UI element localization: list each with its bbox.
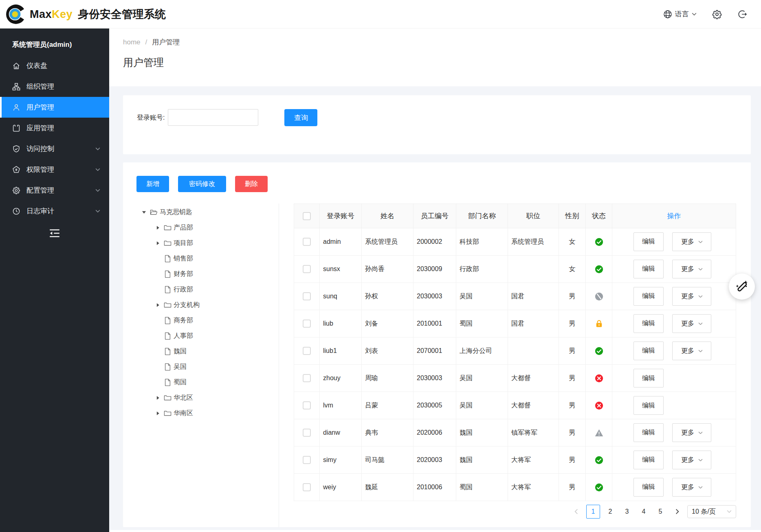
page-button-3[interactable]: 3 <box>620 505 633 518</box>
caret-right-icon[interactable] <box>156 241 160 245</box>
page-size-select[interactable]: 10 条/页 <box>687 505 736 518</box>
add-button[interactable]: 新增 <box>136 176 169 192</box>
row-checkbox[interactable] <box>303 265 311 273</box>
logout-icon[interactable] <box>737 9 747 19</box>
prev-page-button[interactable] <box>570 505 583 518</box>
folder-icon <box>164 409 172 417</box>
more-button[interactable]: 更多 <box>672 423 711 442</box>
caret-right-icon[interactable] <box>156 396 160 400</box>
cell-account: admin <box>320 228 362 256</box>
table-row: lvm 吕蒙 2030005 吴国 大都督 男 编辑 <box>294 392 736 419</box>
select-all-checkbox[interactable] <box>303 212 311 220</box>
next-page-button[interactable] <box>671 505 684 518</box>
tree-node[interactable]: 吴国 <box>123 359 279 374</box>
edit-button[interactable]: 编辑 <box>633 314 664 333</box>
more-label: 更多 <box>681 265 694 274</box>
login-account-label: 登录账号: <box>137 109 165 126</box>
row-checkbox[interactable] <box>303 456 311 464</box>
sidebar-item-dashboard[interactable]: 仪表盘 <box>0 55 109 76</box>
edit-button[interactable]: 编辑 <box>633 478 664 497</box>
sidebar-item-users[interactable]: 用户管理 <box>0 97 109 118</box>
tree-node[interactable]: 行政部 <box>123 282 279 297</box>
tree-node[interactable]: 人事部 <box>123 328 279 344</box>
cell-department: 蜀国 <box>456 474 508 501</box>
sidebar-item-permissions[interactable]: 权限管理 <box>0 159 109 180</box>
sidebar-item-access-control[interactable]: 访问控制 <box>0 138 109 159</box>
tree-node[interactable]: 蜀国 <box>123 374 279 390</box>
more-button[interactable]: 更多 <box>672 287 711 306</box>
sidebar-item-audit[interactable]: 日志审计 <box>0 201 109 221</box>
dashboard-icon <box>12 62 20 70</box>
query-button[interactable]: 查询 <box>284 109 317 126</box>
cell-status <box>586 283 612 310</box>
row-checkbox[interactable] <box>303 429 311 437</box>
caret-right-icon[interactable] <box>156 225 160 230</box>
tree-node[interactable]: 魏国 <box>123 344 279 359</box>
more-button[interactable]: 更多 <box>672 478 711 497</box>
cell-employee-no: 2010006 <box>413 474 456 501</box>
more-button[interactable]: 更多 <box>672 260 711 278</box>
cell-employee-no: 2010001 <box>413 310 456 337</box>
row-checkbox[interactable] <box>303 483 311 491</box>
sidebar-item-apps[interactable]: 应用管理 <box>0 118 109 138</box>
cell-position: 大将军 <box>508 447 559 474</box>
sidebar-item-label: 配置管理 <box>26 186 54 195</box>
app-header: Max Key 身份安全管理系统 语言 <box>0 0 761 28</box>
edit-button[interactable]: 编辑 <box>633 260 664 278</box>
page-button-2[interactable]: 2 <box>604 505 617 518</box>
sidebar-item-org[interactable]: 组织管理 <box>0 76 109 97</box>
login-account-input[interactable] <box>168 109 258 126</box>
magic-wand-button[interactable] <box>729 274 755 300</box>
edit-button[interactable]: 编辑 <box>633 396 664 415</box>
tree-node-label: 马克思钥匙 <box>160 208 192 217</box>
breadcrumb-home[interactable]: home <box>123 38 141 46</box>
change-password-button[interactable]: 密码修改 <box>178 176 226 192</box>
status-deleted-icon <box>595 374 603 383</box>
row-checkbox[interactable] <box>303 292 311 300</box>
edit-button[interactable]: 编辑 <box>633 451 664 469</box>
delete-button[interactable]: 删除 <box>235 176 268 192</box>
more-button[interactable]: 更多 <box>672 232 711 251</box>
header-row: 登录账号姓名员工编号部门名称职位性别状态操作 <box>294 204 736 228</box>
more-button[interactable]: 更多 <box>672 451 711 469</box>
row-checkbox[interactable] <box>303 347 311 355</box>
caret-down-icon[interactable] <box>142 210 146 215</box>
more-button[interactable]: 更多 <box>672 342 711 360</box>
tree-node[interactable]: 财务部 <box>123 266 279 282</box>
caret-right-icon[interactable] <box>156 411 160 416</box>
edit-button[interactable]: 编辑 <box>633 287 664 306</box>
tree-node[interactable]: 马克思钥匙 <box>123 204 279 220</box>
edit-button[interactable]: 编辑 <box>633 342 664 360</box>
row-checkbox[interactable] <box>303 374 311 382</box>
row-checkbox[interactable] <box>303 401 311 409</box>
tree-node[interactable]: 分支机构 <box>123 297 279 313</box>
language-menu[interactable]: 语言 <box>663 9 697 19</box>
tree-node[interactable]: 华北区 <box>123 390 279 405</box>
page-button-1[interactable]: 1 <box>586 505 600 519</box>
row-checkbox[interactable] <box>303 238 311 246</box>
caret-right-icon[interactable] <box>156 303 160 307</box>
edit-button[interactable]: 编辑 <box>633 369 664 388</box>
status-enabled-icon <box>595 347 603 355</box>
row-checkbox[interactable] <box>303 320 311 328</box>
page-button-5[interactable]: 5 <box>654 505 667 518</box>
tree-node[interactable]: 商务部 <box>123 313 279 328</box>
tree-node[interactable]: 项目部 <box>123 235 279 251</box>
tree-node[interactable]: 销售部 <box>123 251 279 266</box>
cell-department: 蜀国 <box>456 310 508 337</box>
page-button-4[interactable]: 4 <box>637 505 650 518</box>
tree-node[interactable]: 华南区 <box>123 405 279 421</box>
more-button[interactable]: 更多 <box>672 314 711 333</box>
sidebar-item-config[interactable]: 配置管理 <box>0 180 109 201</box>
gear-icon[interactable] <box>712 9 722 19</box>
tree-node-label: 产品部 <box>174 223 193 232</box>
edit-button[interactable]: 编辑 <box>633 423 664 442</box>
cell-employee-no: 2070001 <box>413 337 456 365</box>
brand-key: Key <box>52 8 73 21</box>
cell-employee-no: 2020003 <box>413 447 456 474</box>
cell-department: 吴国 <box>456 283 508 310</box>
cell-gender: 男 <box>559 310 586 337</box>
edit-button[interactable]: 编辑 <box>633 232 664 251</box>
tree-node[interactable]: 产品部 <box>123 220 279 235</box>
menu-fold-icon[interactable] <box>49 229 60 238</box>
